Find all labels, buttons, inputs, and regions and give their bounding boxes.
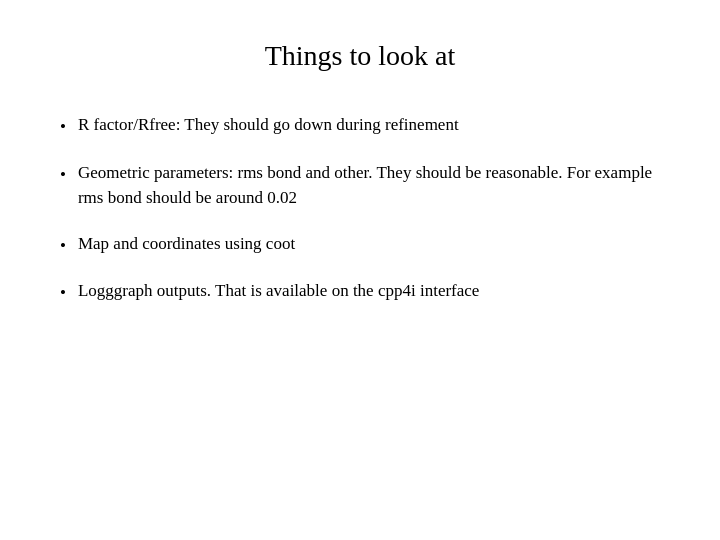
bullet-dot-icon: • — [60, 114, 66, 140]
bullet-dot-icon: • — [60, 162, 66, 188]
bullet-text: Map and coordinates using coot — [78, 231, 660, 257]
bullet-list: •R factor/Rfree: They should go down dur… — [60, 112, 660, 326]
bullet-dot-icon: • — [60, 233, 66, 259]
bullet-text: R factor/Rfree: They should go down duri… — [78, 112, 660, 138]
bullet-text: Logggraph outputs. That is available on … — [78, 278, 660, 304]
bullet-text: Geometric parameters: rms bond and other… — [78, 160, 660, 211]
list-item: •Map and coordinates using coot — [60, 231, 660, 259]
bullet-dot-icon: • — [60, 280, 66, 306]
list-item: •R factor/Rfree: They should go down dur… — [60, 112, 660, 140]
list-item: •Logggraph outputs. That is available on… — [60, 278, 660, 306]
page-title: Things to look at — [60, 40, 660, 72]
list-item: •Geometric parameters: rms bond and othe… — [60, 160, 660, 211]
page-container: Things to look at •R factor/Rfree: They … — [0, 0, 720, 540]
